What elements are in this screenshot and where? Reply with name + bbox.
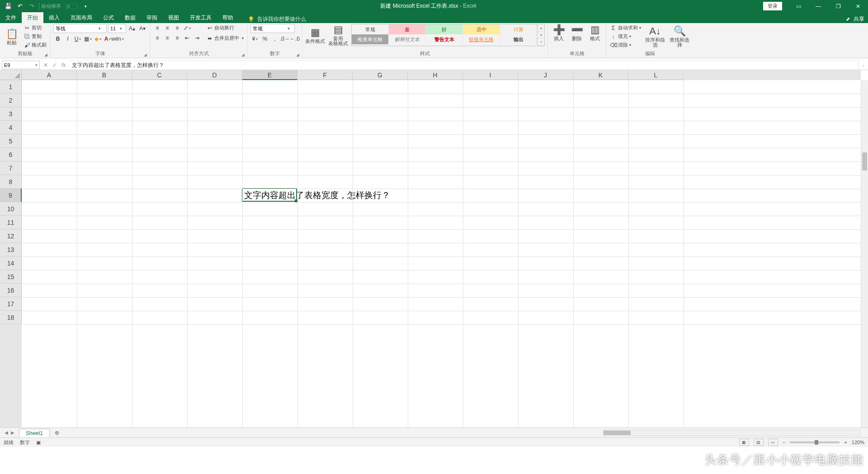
clear-button[interactable]: ⌫清除▾ [609, 41, 642, 49]
column-headers[interactable]: ABCDEFGHIJKL [22, 70, 861, 80]
row-header[interactable]: 8 [0, 175, 22, 189]
row-headers[interactable]: 123456789101112131415161718 [0, 80, 22, 427]
tab-file[interactable]: 文件 [0, 12, 22, 23]
find-select-button[interactable]: 🔍查找和选择 [668, 24, 691, 49]
style-explain[interactable]: 解释性文本 [389, 34, 426, 44]
view-pagebreak-icon[interactable]: ▭ [768, 439, 778, 446]
worksheet-grid[interactable]: ABCDEFGHIJKL 123456789101112131415161718… [0, 70, 868, 427]
tell-me-search[interactable]: 💡 告诉我你想要做什么 [248, 15, 306, 23]
style-neutral[interactable]: 适中 [463, 24, 500, 34]
row-header[interactable]: 17 [0, 297, 22, 311]
autosave-toggle[interactable] [64, 1, 79, 11]
vertical-scrollbar[interactable] [861, 80, 868, 427]
font-size-combo[interactable]: ▾ [108, 24, 126, 33]
style-good[interactable]: 好 [426, 24, 463, 34]
row-header[interactable]: 14 [0, 256, 22, 270]
inc-decimal-icon[interactable]: .0→ [280, 35, 289, 43]
cell-styles-gallery[interactable]: 常规 检查单元格 差 解释性文本 好 警告文本 适中 链接单元格 计算 输出 [351, 24, 545, 46]
delete-cells-button[interactable]: ➖删除 [569, 24, 585, 41]
dialog-launcher-icon[interactable]: ◢ [241, 52, 245, 57]
collapse-ribbon-icon[interactable]: ⬈ [846, 16, 850, 22]
fill-button[interactable]: ↓填充▾ [609, 33, 642, 40]
style-check[interactable]: 检查单元格 [352, 34, 389, 44]
tab-help[interactable]: 帮助 [217, 12, 239, 23]
row-header[interactable]: 2 [0, 94, 22, 107]
dec-decimal-icon[interactable]: ←.0 [290, 35, 299, 43]
zoom-slider[interactable] [790, 441, 840, 443]
style-calc[interactable]: 计算 [500, 24, 537, 34]
tab-formulas[interactable]: 公式 [98, 12, 119, 23]
format-as-table-button[interactable]: ▤套用 表格格式 [327, 24, 349, 46]
accounting-icon[interactable]: ¥ [250, 35, 259, 43]
align-center-icon[interactable]: ≡ [163, 34, 172, 42]
redo-icon[interactable]: ↷ [26, 1, 37, 11]
indent-dec-icon[interactable]: ⇤ [183, 34, 192, 42]
zoom-level[interactable]: 120% [852, 440, 864, 445]
save-icon[interactable]: 💾 [3, 1, 14, 11]
minimize-button[interactable]: — [808, 0, 828, 12]
col-header[interactable]: A [22, 70, 77, 80]
row-header[interactable]: 12 [0, 229, 22, 243]
ribbon-display-icon[interactable]: ▭ [788, 0, 808, 12]
enter-icon[interactable]: ✓ [52, 62, 57, 68]
select-all-corner[interactable] [0, 70, 22, 80]
shrink-font-icon[interactable]: A▾ [138, 24, 147, 33]
style-warn[interactable]: 警告文本 [426, 34, 463, 44]
horizontal-scrollbar[interactable] [603, 430, 861, 436]
style-bad[interactable]: 差 [389, 24, 426, 34]
paste-button[interactable]: 📋 粘贴 [3, 24, 21, 49]
row-header[interactable]: 1 [0, 80, 22, 94]
conditional-format-button[interactable]: ▦条件格式 [305, 24, 325, 46]
style-output[interactable]: 输出 [500, 34, 537, 44]
insert-cells-button[interactable]: ➕插入 [551, 24, 567, 41]
indent-inc-icon[interactable]: ⇥ [193, 34, 202, 42]
style-link[interactable]: 链接单元格 [463, 34, 500, 44]
col-header[interactable]: C [132, 70, 187, 80]
border-button[interactable]: ▦ [83, 35, 92, 43]
fill-color-button[interactable]: ◆ [93, 35, 102, 43]
tab-insert[interactable]: 插入 [43, 12, 65, 23]
formula-bar[interactable]: 文字内容超出了表格宽度，怎样换行？ [69, 60, 858, 70]
col-header[interactable]: G [353, 70, 408, 80]
fx-icon[interactable]: fx [61, 62, 66, 68]
row-header[interactable]: 18 [0, 311, 22, 324]
align-top-icon[interactable]: ≡ [153, 24, 162, 32]
font-color-button[interactable]: A [103, 35, 112, 43]
new-sheet-button[interactable]: ⊕ [52, 430, 61, 436]
underline-button[interactable]: U [73, 35, 82, 43]
font-name-combo[interactable]: ▾ [53, 24, 107, 33]
tab-review[interactable]: 审阅 [141, 12, 163, 23]
wrap-text-button[interactable]: ↩自动换行 [205, 24, 245, 32]
cancel-icon[interactable]: ✕ [43, 62, 48, 68]
painter-button[interactable]: 🖌格式刷 [23, 41, 47, 49]
phonetic-button[interactable]: wén [113, 35, 122, 43]
name-box[interactable]: E9▾ [2, 61, 40, 69]
close-button[interactable]: ✕ [848, 0, 868, 12]
cut-button[interactable]: ✂剪切 [23, 24, 47, 32]
view-normal-icon[interactable]: ▦ [739, 439, 749, 446]
dialog-launcher-icon[interactable]: ◢ [44, 52, 47, 57]
tab-dev[interactable]: 开发工具 [184, 12, 217, 23]
sheet-nav[interactable]: ◀▶ [0, 430, 19, 435]
login-button[interactable]: 登录 [763, 2, 782, 10]
bold-button[interactable]: B [53, 35, 62, 43]
row-header[interactable]: 7 [0, 161, 22, 175]
row-header[interactable]: 15 [0, 270, 22, 284]
col-header[interactable]: B [77, 70, 132, 80]
row-header[interactable]: 6 [0, 148, 22, 161]
percent-icon[interactable]: % [260, 35, 269, 43]
col-header[interactable]: F [297, 70, 353, 80]
col-header[interactable]: D [187, 70, 242, 80]
align-left-icon[interactable]: ≡ [153, 34, 162, 42]
dialog-launcher-icon[interactable]: ◢ [296, 52, 299, 57]
italic-button[interactable]: I [63, 35, 72, 43]
row-header[interactable]: 16 [0, 284, 22, 297]
share-button[interactable]: 共享 [854, 15, 864, 23]
dialog-launcher-icon[interactable]: ◢ [144, 52, 147, 57]
col-header[interactable]: H [408, 70, 463, 80]
macro-rec-icon[interactable]: ▣ [36, 440, 41, 446]
format-cells-button[interactable]: ▥格式 [587, 24, 603, 41]
autosum-button[interactable]: Σ自动求和▾ [609, 24, 642, 32]
copy-button[interactable]: ⿻复制 [23, 33, 47, 40]
merge-button[interactable]: ⬌合并后居中▾ [205, 34, 245, 42]
